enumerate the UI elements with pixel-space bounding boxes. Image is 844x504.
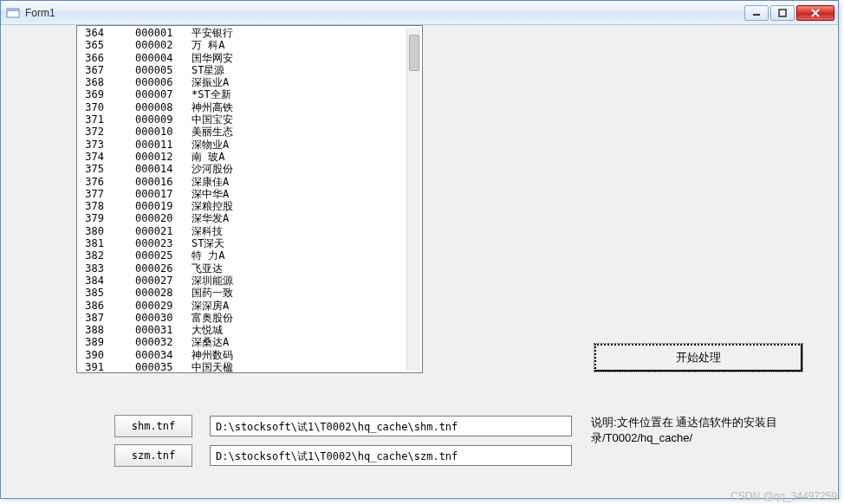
list-item[interactable]: 369 000007 *ST全新 — [79, 88, 422, 100]
list-item[interactable]: 385 000028 国药一致 — [79, 287, 422, 299]
list-item[interactable]: 377 000017 深中华A — [79, 188, 422, 200]
szm-path-text: D:\stocksoft\试1\T0002\hq_cache\szm.tnf — [216, 450, 458, 462]
list-item[interactable]: 379 000020 深华发A — [79, 212, 422, 224]
list-item[interactable]: 365 000002 万 科A — [79, 39, 422, 51]
svg-line-5 — [812, 10, 819, 16]
list-item[interactable]: 382 000025 特 力A — [79, 249, 422, 262]
minimize-button[interactable] — [744, 5, 769, 21]
start-process-button[interactable]: 开始处理 — [594, 344, 802, 372]
list-item[interactable]: 374 000012 南 玻A — [79, 151, 422, 163]
list-item[interactable]: 376 000016 深康佳A — [79, 176, 422, 188]
list-item[interactable]: 388 000031 大悦城 — [79, 324, 422, 336]
shm-button-label: shm.tnf — [132, 420, 176, 432]
app-icon — [6, 6, 20, 20]
list-item[interactable]: 373 000011 深物业A — [79, 139, 422, 151]
titlebar[interactable]: Form1 — [1, 1, 838, 25]
list-item[interactable]: 368 000006 深振业A — [79, 76, 422, 88]
listbox-scrollbar[interactable] — [406, 28, 420, 371]
list-item[interactable]: 375 000014 沙河股份 — [79, 163, 422, 175]
svg-line-4 — [812, 10, 819, 16]
list-item[interactable]: 370 000008 神州高铁 — [79, 101, 422, 113]
szm-file-button[interactable]: szm.tnf — [114, 444, 192, 467]
list-item[interactable]: 378 000019 深粮控股 — [79, 200, 422, 212]
shm-file-button[interactable]: shm.tnf — [114, 415, 192, 437]
list-item[interactable]: 372 000010 美丽生态 — [79, 126, 422, 138]
list-item[interactable]: 390 000034 神州数码 — [79, 349, 422, 361]
list-item[interactable]: 366 000004 国华网安 — [79, 52, 422, 64]
szm-button-label: szm.tnf — [132, 449, 176, 462]
list-item[interactable]: 381 000023 ST深天 — [79, 237, 422, 249]
list-item[interactable]: 367 000005 ST星源 — [79, 64, 422, 76]
window-title: Form1 — [25, 7, 744, 19]
shm-path-text: D:\stocksoft\试1\T0002\hq_cache\shm.tnf — [216, 421, 458, 433]
list-item[interactable]: 364 000001 平安银行 — [79, 27, 422, 39]
note-label: 说明:文件位置在 通达信软件的安装目录/T0002/hq_cache/ — [591, 415, 808, 446]
list-item[interactable]: 387 000030 富奥股份 — [79, 312, 422, 324]
scrollbar-thumb[interactable] — [409, 35, 419, 71]
list-item[interactable]: 386 000029 深深房A — [79, 300, 422, 312]
list-item[interactable]: 383 000026 飞亚达 — [79, 262, 422, 275]
close-button[interactable] — [796, 5, 834, 21]
watermark: CSDN @qq_34497259 — [730, 490, 837, 502]
maximize-button[interactable] — [770, 5, 795, 21]
list-item[interactable]: 380 000021 深科技 — [79, 225, 422, 237]
client-area: 364 000001 平安银行 365 000002 万 科A 366 0000… — [1, 25, 838, 498]
list-item[interactable]: 384 000027 深圳能源 — [79, 275, 422, 287]
list-item[interactable]: 371 000009 中国宝安 — [79, 113, 422, 126]
list-item[interactable]: 391 000035 中国天楹 — [79, 361, 422, 373]
app-window: Form1 364 000001 平安银行 365 000002 万 科A 36… — [0, 0, 839, 499]
list-item[interactable]: 389 000032 深桑达A — [79, 336, 422, 348]
svg-rect-1 — [7, 9, 19, 11]
shm-path-input[interactable]: D:\stocksoft\试1\T0002\hq_cache\shm.tnf — [210, 416, 572, 436]
szm-path-input[interactable]: D:\stocksoft\试1\T0002\hq_cache\szm.tnf — [210, 445, 572, 466]
svg-rect-3 — [779, 10, 786, 16]
stock-listbox[interactable]: 364 000001 平安银行 365 000002 万 科A 366 0000… — [76, 25, 423, 373]
window-buttons — [744, 5, 834, 21]
start-button-label: 开始处理 — [676, 350, 721, 365]
